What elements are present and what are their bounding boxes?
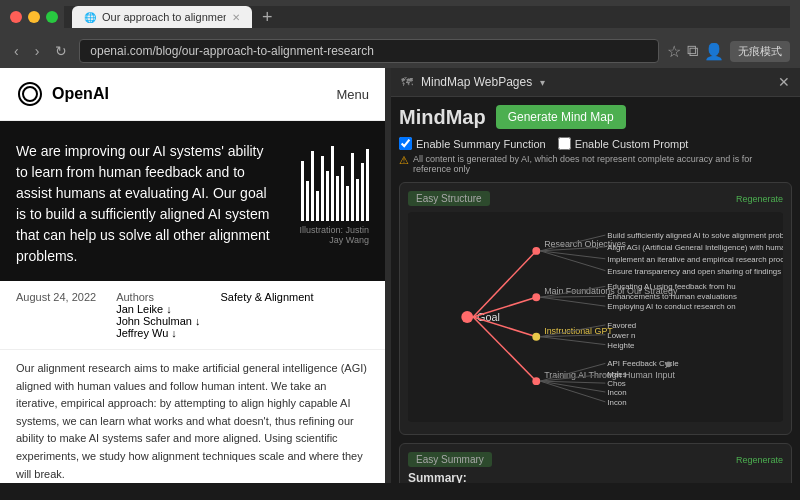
svg-text:Implement an iterative and emp: Implement an iterative and empirical res… — [607, 255, 783, 264]
forward-btn[interactable]: › — [31, 41, 44, 61]
tab-favicon: 🌐 — [84, 12, 96, 23]
panel-close-btn[interactable]: ✕ — [778, 74, 790, 90]
website-panel: OpenAI Menu We are improving our AI syst… — [0, 68, 385, 483]
mindmap-tree-svg: Goal Research Objectives Build sufficien… — [408, 212, 783, 422]
options-row: Enable Summary Function Enable Custom Pr… — [399, 137, 792, 150]
easy-summary-card: Easy Summary Regenerate Summary: This bl… — [399, 443, 792, 483]
generate-mindmap-btn[interactable]: Generate Mind Map — [496, 105, 626, 129]
mindmap-content: MindMap Generate Mind Map Enable Summary… — [391, 97, 800, 483]
regenerate-structure-btn[interactable]: Regenerate — [736, 194, 783, 204]
summary-function-toggle[interactable]: Enable Summary Function — [399, 137, 546, 150]
mindmap-section-title-row: MindMap Generate Mind Map — [399, 105, 792, 129]
close-window-btn[interactable] — [10, 11, 22, 23]
author-1[interactable]: Jan Leike ↓ — [116, 303, 200, 315]
ai-disclaimer: ⚠ All content is generated by AI, which … — [399, 154, 792, 174]
tab-close-btn[interactable]: ✕ — [232, 12, 240, 23]
easy-summary-label: Easy Summary — [408, 452, 492, 467]
card-header: Easy Structure Regenerate — [408, 191, 783, 206]
date-text: August 24, 2022 — [16, 291, 96, 303]
hero-section: We are improving our AI systems' ability… — [0, 121, 385, 281]
traffic-lights — [10, 11, 58, 23]
minimize-window-btn[interactable] — [28, 11, 40, 23]
svg-point-24 — [532, 333, 540, 341]
meta-authors: Authors Jan Leike ↓ John Schulman ↓ Jeff… — [116, 291, 200, 339]
disclaimer-text: All content is generated by AI, which do… — [413, 154, 792, 174]
bookmark-area: ☆ ⧉ 👤 无痕模式 — [667, 41, 790, 62]
svg-text:Build sufficiently aligned AI : Build sufficiently aligned AI to solve a… — [607, 231, 783, 240]
mindmap-panel-icon: 🗺 — [401, 75, 413, 89]
tab-title: Our approach to alignment r... — [102, 11, 226, 23]
svg-text:Align AGI (Artificial General : Align AGI (Artificial General Intelligen… — [607, 243, 783, 252]
main-area: OpenAI Menu We are improving our AI syst… — [0, 68, 800, 483]
summary-function-label: Enable Summary Function — [416, 138, 546, 150]
svg-text:Employing AI to conduct resear: Employing AI to conduct research on — [607, 302, 735, 311]
svg-text:Lower n: Lower n — [607, 331, 635, 340]
summary-card-header: Easy Summary Regenerate — [408, 452, 783, 467]
mindmap-panel: 🗺 MindMap WebPages ▾ ✕ MindMap Generate … — [391, 68, 800, 483]
new-tab-btn[interactable]: + — [262, 7, 273, 28]
openai-logo: OpenAI — [16, 80, 109, 108]
bookmark-icon[interactable]: ☆ — [667, 42, 681, 61]
summary-title: Summary: — [408, 471, 783, 483]
profile-icon[interactable]: 👤 — [704, 42, 724, 61]
meta-category: Safety & Alignment — [221, 291, 314, 339]
svg-text:Incon: Incon — [607, 388, 626, 397]
custom-prompt-label: Enable Custom Prompt — [575, 138, 689, 150]
svg-text:Chos: Chos — [607, 379, 625, 388]
easy-structure-card: Easy Structure Regenerate Goal Research … — [399, 182, 792, 435]
incognito-btn[interactable]: 无痕模式 — [730, 41, 790, 62]
svg-text:Ensure transparency and open s: Ensure transparency and open sharing of … — [607, 267, 781, 276]
mindmap-title-area: 🗺 MindMap WebPages ▾ — [401, 75, 545, 89]
authors-label: Authors — [116, 291, 200, 303]
active-tab[interactable]: 🌐 Our approach to alignment r... ✕ — [72, 6, 252, 28]
tab-bar: 🌐 Our approach to alignment r... ✕ + — [64, 6, 790, 28]
easy-structure-label: Easy Structure — [408, 191, 490, 206]
menu-btn[interactable]: Menu — [336, 87, 369, 102]
body-paragraph-1: Our alignment research aims to make arti… — [16, 360, 369, 483]
address-bar: ‹ › ↻ openai.com/blog/our-approach-to-al… — [0, 34, 800, 68]
svg-text:Favored: Favored — [607, 321, 636, 330]
meta-date: August 24, 2022 — [16, 291, 96, 339]
svg-point-4 — [532, 247, 540, 255]
svg-text:Heighte: Heighte — [607, 341, 635, 350]
barcode-visual — [301, 141, 369, 221]
svg-text:Maes: Maes — [607, 370, 626, 379]
hero-image: Illustration: Justin Jay Wang — [289, 141, 369, 281]
fullscreen-window-btn[interactable] — [46, 11, 58, 23]
illustration-credit: Illustration: Justin Jay Wang — [289, 225, 369, 245]
mindmap-panel-title: MindMap WebPages — [421, 75, 532, 89]
extensions-icon[interactable]: ⧉ — [687, 42, 698, 60]
logo-text: OpenAI — [52, 85, 109, 103]
svg-text:Incon: Incon — [607, 398, 626, 407]
svg-text:Educating AI using feedback fr: Educating AI using feedback from hu — [607, 282, 735, 291]
mindmap-header: 🗺 MindMap WebPages ▾ ✕ — [391, 68, 800, 97]
custom-prompt-toggle[interactable]: Enable Custom Prompt — [558, 137, 689, 150]
author-3[interactable]: Jeffrey Wu ↓ — [116, 327, 200, 339]
summary-function-checkbox[interactable] — [399, 137, 412, 150]
svg-point-37 — [666, 361, 672, 367]
back-btn[interactable]: ‹ — [10, 41, 23, 61]
article-meta: August 24, 2022 Authors Jan Leike ↓ John… — [0, 281, 385, 350]
hero-paragraph: We are improving our AI systems' ability… — [16, 141, 279, 267]
custom-prompt-checkbox[interactable] — [558, 137, 571, 150]
svg-text:Enhancements to human evaluati: Enhancements to human evaluations — [607, 292, 737, 301]
title-bar: 🌐 Our approach to alignment r... ✕ + — [0, 0, 800, 34]
regenerate-summary-btn[interactable]: Regenerate — [736, 455, 783, 465]
url-input[interactable]: openai.com/blog/our-approach-to-alignmen… — [79, 39, 659, 63]
warning-icon: ⚠ — [399, 154, 409, 167]
mindmap-main-title: MindMap — [399, 106, 486, 129]
article-body: Our alignment research aims to make arti… — [0, 350, 385, 483]
hero-text: We are improving our AI systems' ability… — [16, 141, 289, 281]
author-2[interactable]: John Schulman ↓ — [116, 315, 200, 327]
panel-dropdown-btn[interactable]: ▾ — [540, 77, 545, 88]
svg-point-1 — [461, 311, 473, 323]
refresh-btn[interactable]: ↻ — [51, 41, 71, 61]
svg-point-33 — [532, 377, 540, 385]
svg-point-15 — [532, 293, 540, 301]
url-text: openai.com/blog/our-approach-to-alignmen… — [90, 44, 374, 58]
site-header: OpenAI Menu — [0, 68, 385, 121]
